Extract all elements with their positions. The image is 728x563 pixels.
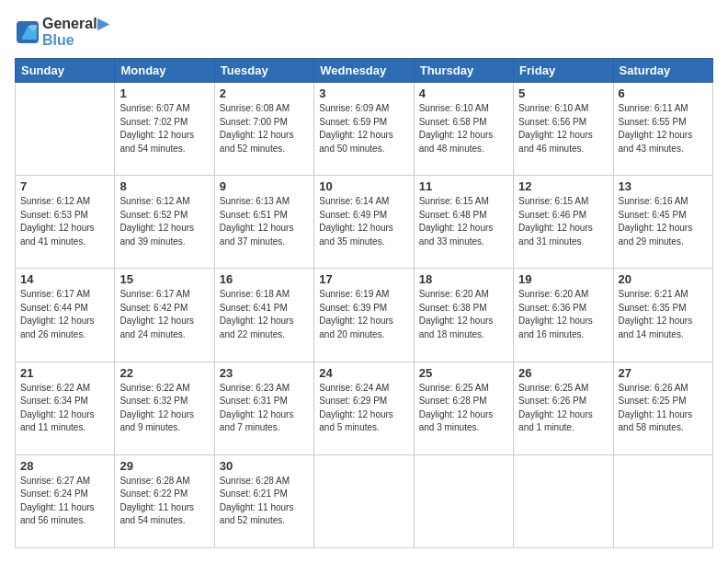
calendar-cell: 7Sunrise: 6:12 AM Sunset: 6:53 PM Daylig…: [16, 176, 115, 269]
calendar-cell: 27Sunrise: 6:26 AM Sunset: 6:25 PM Dayli…: [613, 362, 712, 454]
day-header-sunday: Sunday: [16, 59, 115, 83]
day-number: 18: [419, 272, 508, 286]
day-number: 15: [119, 272, 209, 286]
day-number: 5: [518, 86, 608, 100]
day-number: 26: [518, 366, 608, 380]
day-number: 13: [619, 179, 708, 193]
calendar-cell: 9Sunrise: 6:13 AM Sunset: 6:51 PM Daylig…: [214, 176, 313, 269]
calendar-cell: [414, 454, 513, 547]
logo: General▶ Blue: [15, 15, 108, 49]
day-number: 7: [20, 179, 109, 193]
cell-info: Sunrise: 6:07 AM Sunset: 7:02 PM Dayligh…: [119, 102, 209, 155]
calendar-cell: 5Sunrise: 6:10 AM Sunset: 6:56 PM Daylig…: [514, 83, 613, 176]
cell-info: Sunrise: 6:11 AM Sunset: 6:55 PM Dayligh…: [619, 102, 708, 155]
calendar-cell: 26Sunrise: 6:25 AM Sunset: 6:26 PM Dayli…: [514, 362, 613, 454]
day-number: 28: [20, 459, 109, 473]
day-number: 20: [619, 272, 708, 286]
day-number: 25: [419, 366, 508, 380]
day-number: 27: [619, 366, 708, 380]
calendar-cell: [314, 454, 414, 547]
cell-info: Sunrise: 6:27 AM Sunset: 6:24 PM Dayligh…: [20, 475, 109, 528]
calendar-header-row: SundayMondayTuesdayWednesdayThursdayFrid…: [16, 59, 713, 83]
cell-info: Sunrise: 6:09 AM Sunset: 6:59 PM Dayligh…: [319, 102, 408, 155]
week-row-3: 14Sunrise: 6:17 AM Sunset: 6:44 PM Dayli…: [16, 269, 713, 362]
calendar-cell: [613, 454, 712, 547]
cell-info: Sunrise: 6:12 AM Sunset: 6:53 PM Dayligh…: [20, 195, 109, 248]
calendar-cell: 11Sunrise: 6:15 AM Sunset: 6:48 PM Dayli…: [414, 176, 513, 269]
cell-info: Sunrise: 6:20 AM Sunset: 6:36 PM Dayligh…: [518, 288, 608, 341]
calendar-cell: 28Sunrise: 6:27 AM Sunset: 6:24 PM Dayli…: [16, 454, 115, 547]
day-number: 14: [20, 272, 109, 286]
calendar-cell: 29Sunrise: 6:28 AM Sunset: 6:22 PM Dayli…: [115, 454, 214, 547]
logo-icon: [15, 19, 40, 45]
calendar-cell: 16Sunrise: 6:18 AM Sunset: 6:41 PM Dayli…: [214, 269, 313, 362]
week-row-2: 7Sunrise: 6:12 AM Sunset: 6:53 PM Daylig…: [16, 176, 713, 269]
calendar-cell: 3Sunrise: 6:09 AM Sunset: 6:59 PM Daylig…: [314, 83, 414, 176]
cell-info: Sunrise: 6:10 AM Sunset: 6:58 PM Dayligh…: [419, 102, 508, 155]
calendar-cell: [514, 454, 613, 547]
calendar-cell: 4Sunrise: 6:10 AM Sunset: 6:58 PM Daylig…: [414, 83, 513, 176]
week-row-4: 21Sunrise: 6:22 AM Sunset: 6:34 PM Dayli…: [16, 362, 713, 454]
calendar-cell: 2Sunrise: 6:08 AM Sunset: 7:00 PM Daylig…: [214, 83, 313, 176]
day-number: 30: [220, 459, 309, 473]
page: General▶ Blue SundayMondayTuesdayWednesd…: [0, 0, 728, 563]
day-number: 3: [319, 86, 408, 100]
cell-info: Sunrise: 6:25 AM Sunset: 6:26 PM Dayligh…: [518, 382, 608, 435]
cell-info: Sunrise: 6:17 AM Sunset: 6:42 PM Dayligh…: [119, 288, 209, 341]
cell-info: Sunrise: 6:21 AM Sunset: 6:35 PM Dayligh…: [619, 288, 708, 341]
calendar-cell: 19Sunrise: 6:20 AM Sunset: 6:36 PM Dayli…: [514, 269, 613, 362]
calendar-cell: 18Sunrise: 6:20 AM Sunset: 6:38 PM Dayli…: [414, 269, 513, 362]
day-number: 19: [518, 272, 608, 286]
cell-info: Sunrise: 6:08 AM Sunset: 7:00 PM Dayligh…: [220, 102, 309, 155]
day-number: 8: [119, 179, 209, 193]
cell-info: Sunrise: 6:24 AM Sunset: 6:29 PM Dayligh…: [319, 382, 408, 435]
day-number: 2: [220, 86, 309, 100]
day-number: 16: [220, 272, 309, 286]
week-row-5: 28Sunrise: 6:27 AM Sunset: 6:24 PM Dayli…: [16, 454, 713, 547]
calendar-cell: 14Sunrise: 6:17 AM Sunset: 6:44 PM Dayli…: [16, 269, 115, 362]
logo-text: General▶ Blue: [42, 15, 108, 49]
calendar-cell: 22Sunrise: 6:22 AM Sunset: 6:32 PM Dayli…: [115, 362, 214, 454]
header: General▶ Blue: [15, 15, 713, 49]
day-number: 23: [220, 366, 309, 380]
day-number: 9: [220, 179, 309, 193]
calendar-cell: 24Sunrise: 6:24 AM Sunset: 6:29 PM Dayli…: [314, 362, 414, 454]
day-number: 6: [619, 86, 708, 100]
day-header-saturday: Saturday: [613, 59, 712, 83]
calendar-cell: [16, 83, 115, 176]
cell-info: Sunrise: 6:14 AM Sunset: 6:49 PM Dayligh…: [319, 195, 408, 248]
calendar-cell: 20Sunrise: 6:21 AM Sunset: 6:35 PM Dayli…: [613, 269, 712, 362]
calendar-cell: 17Sunrise: 6:19 AM Sunset: 6:39 PM Dayli…: [314, 269, 414, 362]
calendar-cell: 23Sunrise: 6:23 AM Sunset: 6:31 PM Dayli…: [214, 362, 313, 454]
calendar-cell: 25Sunrise: 6:25 AM Sunset: 6:28 PM Dayli…: [414, 362, 513, 454]
cell-info: Sunrise: 6:22 AM Sunset: 6:32 PM Dayligh…: [119, 382, 209, 435]
calendar-cell: 8Sunrise: 6:12 AM Sunset: 6:52 PM Daylig…: [115, 176, 214, 269]
calendar-cell: 13Sunrise: 6:16 AM Sunset: 6:45 PM Dayli…: [613, 176, 712, 269]
cell-info: Sunrise: 6:16 AM Sunset: 6:45 PM Dayligh…: [619, 195, 708, 248]
day-number: 12: [518, 179, 608, 193]
day-header-friday: Friday: [514, 59, 613, 83]
day-number: 22: [119, 366, 209, 380]
day-number: 10: [319, 179, 408, 193]
day-number: 4: [419, 86, 508, 100]
cell-info: Sunrise: 6:17 AM Sunset: 6:44 PM Dayligh…: [20, 288, 109, 341]
cell-info: Sunrise: 6:15 AM Sunset: 6:48 PM Dayligh…: [419, 195, 508, 248]
cell-info: Sunrise: 6:12 AM Sunset: 6:52 PM Dayligh…: [119, 195, 209, 248]
cell-info: Sunrise: 6:15 AM Sunset: 6:46 PM Dayligh…: [518, 195, 608, 248]
cell-info: Sunrise: 6:28 AM Sunset: 6:21 PM Dayligh…: [220, 475, 309, 528]
calendar-cell: 30Sunrise: 6:28 AM Sunset: 6:21 PM Dayli…: [214, 454, 313, 547]
cell-info: Sunrise: 6:22 AM Sunset: 6:34 PM Dayligh…: [20, 382, 109, 435]
calendar-cell: 6Sunrise: 6:11 AM Sunset: 6:55 PM Daylig…: [613, 83, 712, 176]
day-number: 17: [319, 272, 408, 286]
day-number: 21: [20, 366, 109, 380]
cell-info: Sunrise: 6:26 AM Sunset: 6:25 PM Dayligh…: [619, 382, 708, 435]
calendar-cell: 21Sunrise: 6:22 AM Sunset: 6:34 PM Dayli…: [16, 362, 115, 454]
calendar-table: SundayMondayTuesdayWednesdayThursdayFrid…: [15, 58, 713, 548]
day-header-thursday: Thursday: [414, 59, 513, 83]
cell-info: Sunrise: 6:18 AM Sunset: 6:41 PM Dayligh…: [220, 288, 309, 341]
cell-info: Sunrise: 6:23 AM Sunset: 6:31 PM Dayligh…: [220, 382, 309, 435]
week-row-1: 1Sunrise: 6:07 AM Sunset: 7:02 PM Daylig…: [16, 83, 713, 176]
cell-info: Sunrise: 6:19 AM Sunset: 6:39 PM Dayligh…: [319, 288, 408, 341]
day-header-monday: Monday: [115, 59, 214, 83]
day-number: 11: [419, 179, 508, 193]
